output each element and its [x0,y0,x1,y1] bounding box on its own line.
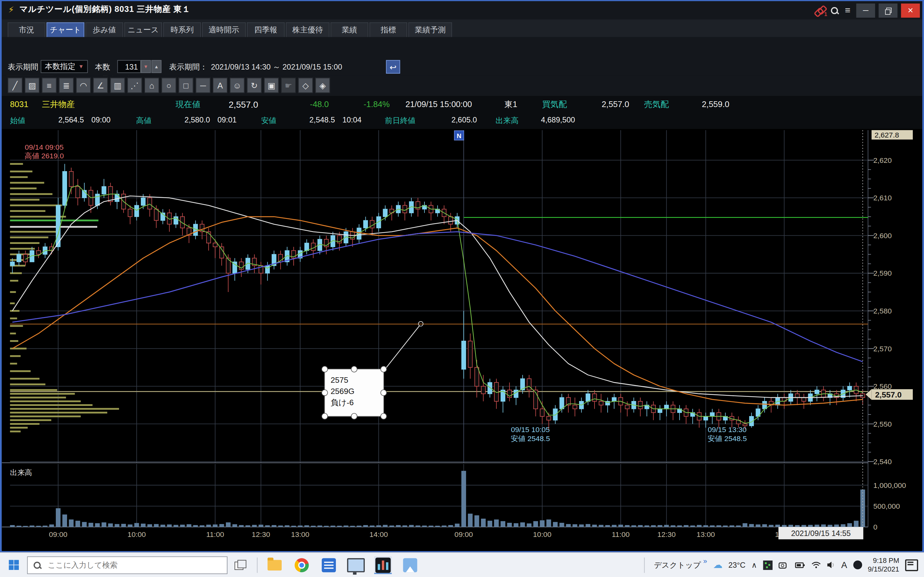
taskbar-app-trading[interactable] [374,556,392,574]
menu-icon[interactable]: ≡ [845,5,850,16]
tray-app-icon[interactable] [763,560,772,570]
tab-8[interactable]: 株主優待 [286,23,330,37]
svg-text:N: N [457,132,462,139]
undo-period-button[interactable]: ↩ [386,60,400,73]
tab-5[interactable]: 時系列 [163,23,201,37]
battery-icon[interactable] [795,561,805,568]
app-window: ⚡ マルチツール(個別銘柄) 8031 三井物産 東１ 1 ≡ ─ × 市況チャ… [0,0,924,552]
temperature[interactable]: 23°C [728,561,745,570]
ime-mode-icon[interactable]: A [841,560,847,570]
chart-annotation: 高値 2619.0 [25,152,64,160]
minimize-button[interactable]: ─ [856,3,875,17]
selection-handle[interactable] [322,366,328,372]
trendline-icon[interactable]: ╱ [8,77,23,93]
speaker-icon[interactable] [827,561,835,569]
selection-handle[interactable] [351,413,357,419]
eraser-icon[interactable]: ◇ [298,77,313,93]
open-time: 09:00 [91,115,111,124]
tab-10[interactable]: 指標 [370,23,407,37]
period-bar: 表示期間 本数指定▼ 本数 131 ▼ ▲ 表示期間： 2021/09/13 1… [2,58,922,76]
title-bar[interactable]: ⚡ マルチツール(個別銘柄) 8031 三井物産 東１ 1 ≡ ─ × [2,1,922,19]
wifi-icon[interactable] [811,561,821,569]
windows-logo-icon [9,560,19,570]
camera-icon[interactable] [779,561,789,569]
vertical-lines-icon[interactable]: ▥ [110,77,125,93]
selection-handle[interactable] [322,413,328,419]
price-change: -48.0 [310,99,329,109]
taskbar-app-display[interactable] [347,556,365,574]
selection-handle[interactable] [381,413,387,419]
chart-area: N09/14 09:05高値 2619.009/15 10:05安値 2548.… [2,129,922,551]
count-up-button[interactable]: ▲ [152,60,162,73]
ellipse-icon[interactable]: ○ [162,77,176,93]
note-box[interactable]: 25752569G負け-6 [322,366,387,419]
price-chart[interactable]: N09/14 09:05高値 2619.009/15 10:05安値 2548.… [2,129,922,551]
ime-lang-icon[interactable] [853,561,862,570]
pentagon-icon[interactable]: ⌂ [144,77,159,93]
fibonacci-arc-icon[interactable]: ◠ [76,77,91,93]
angle-lines-icon[interactable]: ⋰ [128,77,142,93]
tab-4[interactable]: ニュース [124,23,162,37]
tab-11[interactable]: 業績予測 [409,23,452,37]
x-axis-label: 09:00 [49,530,67,538]
tab-6[interactable]: 適時開示 [202,23,246,37]
copy-icon[interactable]: ▣ [264,77,279,93]
taskbar-clock[interactable]: 9:18 PM 9/15/2021 [868,556,899,574]
volume-label: 出来高 [496,115,519,126]
emoji-icon[interactable]: ☺ [230,77,244,93]
hidden-icons-chevron[interactable]: ∧ [751,561,757,570]
grid-lines-icon[interactable]: ≣ [59,77,74,93]
count-down-button[interactable]: ▼ [141,60,151,73]
volume-axis-label: 0 [873,523,877,531]
tab-7[interactable]: 四季報 [247,23,285,37]
tab-2[interactable]: チャート [47,23,84,37]
horizontal-lines-icon[interactable]: ≡ [42,77,57,93]
search-input[interactable] [47,560,196,570]
clock-date: 9/15/2021 [868,565,899,574]
fan-lines-icon[interactable]: ∠ [93,77,108,93]
taskbar-app-explorer[interactable] [266,556,283,574]
selection-handle[interactable] [351,366,357,372]
notification-center-icon[interactable] [905,559,918,571]
price-change-pct: -1.84% [363,99,389,109]
taskbar-app-photos[interactable] [401,556,419,574]
selection-handle[interactable] [381,366,387,372]
time-marker-icon[interactable]: ↻ [247,77,262,93]
market-name: 東1 [504,99,517,110]
count-mode-select[interactable]: 本数指定▼ [41,60,88,73]
parallel-lines-icon[interactable]: ▨ [25,77,39,93]
bid-label: 買気配 [542,99,567,110]
link-icon[interactable]: 1 [814,5,826,15]
hand-icon[interactable]: ☛ [281,77,296,93]
task-view-icon[interactable] [234,560,246,570]
horizontal-line-icon[interactable]: ─ [196,77,210,93]
text-icon[interactable]: A [213,77,228,93]
eraser-all-icon[interactable]: ◈ [315,77,330,93]
search-icon[interactable] [829,5,838,15]
chart-annotation: 安値 2548.5 [708,434,746,443]
tab-3[interactable]: 歩み値 [86,23,123,37]
ask-price: 2,559.0 [702,99,730,109]
close-button[interactable]: × [901,3,920,17]
clock-time: 9:18 PM [868,556,899,565]
weather-icon[interactable]: ☁ [713,559,722,571]
restore-button[interactable] [879,3,898,17]
desktop-toolbar[interactable]: デスクトップ » [654,560,707,570]
rectangle-icon[interactable]: □ [179,77,194,93]
start-button[interactable] [0,553,27,577]
taskbar-app-chrome[interactable] [293,556,310,574]
low-price: 2,548.5 [309,115,335,124]
bid-price: 2,557.0 [602,99,629,109]
selection-handle[interactable] [381,390,387,396]
taskbar-app-document[interactable] [320,556,338,574]
low-label: 安値 [261,115,276,126]
selection-handle[interactable] [322,390,328,396]
tab-9[interactable]: 業績 [330,23,368,37]
count-input[interactable]: 131 [118,60,141,73]
high-price: 2,580.0 [184,115,210,124]
screen: ⚡ マルチツール(個別銘柄) 8031 三井物産 東１ 1 ≡ ─ × 市況チャ… [0,0,924,577]
tab-1[interactable]: 市況 [8,23,45,37]
y-axis-label: 2,590 [873,269,892,277]
taskbar: デスクトップ » ☁ 23°C ∧ A 9:18 PM 9/15/2021 [0,552,924,577]
taskbar-search[interactable] [27,556,227,574]
